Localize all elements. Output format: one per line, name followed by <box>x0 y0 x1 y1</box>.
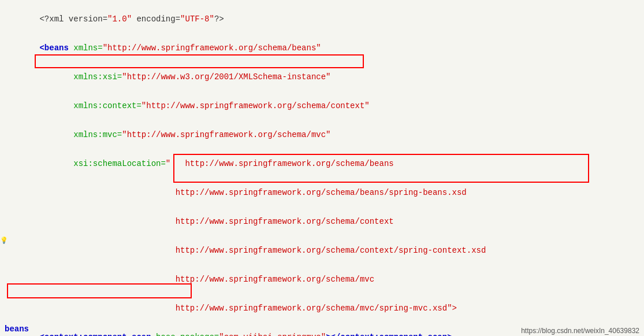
xml-decl-end: ?> <box>214 14 224 24</box>
gutter-9: 💡 <box>0 237 8 244</box>
beans-open: <beans <box>39 43 68 53</box>
code-line-8: http://www.springframework.org/schema/co… <box>0 207 644 236</box>
context-attr: xmlns:context= <box>39 101 141 110</box>
bottom-label-text: beans <box>5 324 29 334</box>
code-editor: <?xml version="1.0" encoding="UTF-8"?> <… <box>0 0 644 336</box>
base-pkg-val: "com.yiibai.springmvc" <box>219 333 326 336</box>
component-scan-close: ></context:component-scan> <box>326 333 452 336</box>
component-scan-open: <context:component-scan <box>39 333 151 336</box>
line-content-2: <beans xmlns="http://www.springframework… <box>8 34 644 62</box>
mvc-val: "http://www.springframework.org/schema/m… <box>122 130 330 139</box>
xml-enc-attr: encoding= <box>132 14 180 24</box>
line-content-9: http://www.springframework.org/schema/co… <box>8 237 644 264</box>
code-line-1: <?xml version="1.0" encoding="UTF-8"?> <box>0 5 644 34</box>
code-line-5: xmlns:mvc="http://www.springframework.or… <box>0 120 644 149</box>
schema-loc-attr: xsi:schemaLocation= <box>39 159 165 168</box>
xml-enc-val: "UTF-8" <box>180 14 214 24</box>
line-content-8: http://www.springframework.org/schema/co… <box>8 208 644 235</box>
code-line-7: http://www.springframework.org/schema/be… <box>0 178 644 207</box>
line-content-11: http://www.springframework.org/schema/mv… <box>8 294 644 322</box>
line-content-7: http://www.springframework.org/schema/be… <box>8 179 644 206</box>
xmlns-attr: xmlns= <box>69 43 103 53</box>
line-content-4: xmlns:context="http://www.springframewor… <box>8 92 644 120</box>
schema-loc-val6: http://www.springframework.org/schema/mv… <box>39 304 457 313</box>
code-line-2: <beans xmlns="http://www.springframework… <box>0 34 644 62</box>
line-content-10: http://www.springframework.org/schema/mv… <box>8 265 644 293</box>
line-content-1: <?xml version="1.0" encoding="UTF-8"?> <box>8 5 644 33</box>
xsi-val: "http://www.w3.org/2001/XMLSchema-instan… <box>122 72 330 82</box>
code-line-9: 💡 http://www.springframework.org/schema/… <box>0 236 644 265</box>
line-content-6: xsi:schemaLocation=" http://www.springfr… <box>8 150 644 178</box>
xml-version: "1.0" <box>107 14 132 24</box>
schema-loc-val5: http://www.springframework.org/schema/mv… <box>39 275 374 284</box>
schema-loc-val2: http://www.springframework.org/schema/be… <box>39 188 466 197</box>
schema-loc-val4: http://www.springframework.org/schema/co… <box>39 246 486 255</box>
line-content-3: xmlns:xsi="http://www.w3.org/2001/XMLSch… <box>8 63 644 91</box>
code-line-10: http://www.springframework.org/schema/mv… <box>0 265 644 294</box>
code-line-11: http://www.springframework.org/schema/mv… <box>0 294 644 323</box>
code-line-6: xsi:schemaLocation=" http://www.springfr… <box>0 149 644 178</box>
xml-decl: <?xml version= <box>39 14 107 24</box>
schema-loc-val1: " http://www.springframework.org/schema/… <box>166 159 394 168</box>
status-bar-text: https://blog.csdn.net/weixIn_40639832 <box>521 327 639 335</box>
code-line-4: xmlns:context="http://www.springframewor… <box>0 91 644 120</box>
xmlns-val: "http://www.springframework.org/schema/b… <box>103 43 321 53</box>
line-content-5: xmlns:mvc="http://www.springframework.or… <box>8 121 644 149</box>
context-val: "http://www.springframework.org/schema/c… <box>142 101 370 110</box>
base-pkg-attr: base-package= <box>151 333 219 336</box>
xsi-attr: xmlns:xsi= <box>39 72 122 82</box>
schema-loc-val3: http://www.springframework.org/schema/co… <box>39 217 393 226</box>
code-line-3: xmlns:xsi="http://www.w3.org/2001/XMLSch… <box>0 62 644 91</box>
bottom-label: beans <box>0 323 33 335</box>
status-bar: https://blog.csdn.net/weixIn_40639832 <box>516 326 644 336</box>
mvc-attr: xmlns:mvc= <box>39 130 122 139</box>
